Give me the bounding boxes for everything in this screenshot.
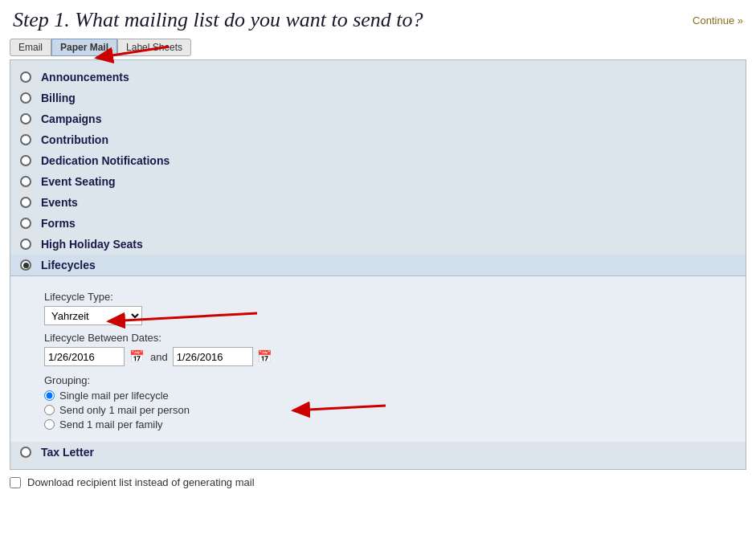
radio-event-seating	[20, 176, 31, 187]
grouping-per-family-label: Send 1 mail per family	[59, 418, 163, 431]
lifecycle-between-label: Lifecycle Between Dates:	[44, 332, 729, 344]
grouping-per-person[interactable]: Send only 1 mail per person	[44, 404, 729, 416]
radio-billing	[20, 92, 31, 104]
label-forms: Forms	[41, 217, 76, 230]
and-text: and	[150, 351, 168, 363]
radio-grouping-per-person[interactable]	[44, 405, 55, 415]
calendar-to-icon: 📅	[257, 349, 272, 364]
tab-email[interactable]: Email	[10, 39, 51, 56]
label-event-seating: Event Seating	[41, 175, 116, 188]
radio-forms	[20, 218, 31, 229]
grouping-options: Single mail per lifecycle Send only 1 ma…	[44, 390, 729, 431]
list-item-billing[interactable]: Billing	[10, 88, 746, 108]
continue-link[interactable]: Continue »	[693, 14, 743, 27]
list-item-event-seating[interactable]: Event Seating	[10, 171, 746, 192]
label-tax-letter: Tax Letter	[41, 446, 94, 459]
list-item-high-holiday-seats[interactable]: High Holiday Seats	[10, 234, 746, 255]
calendar-from-icon: 📅	[129, 349, 145, 364]
label-campaigns: Campaigns	[41, 112, 101, 125]
radio-dedication-notifications	[20, 155, 31, 166]
date-to-input[interactable]	[173, 347, 253, 366]
download-list-checkbox[interactable]	[10, 477, 21, 488]
label-lifecycles: Lifecycles	[41, 259, 96, 271]
label-high-holiday-seats: High Holiday Seats	[41, 238, 143, 251]
radio-events	[20, 197, 31, 208]
radio-grouping-per-family[interactable]	[44, 419, 55, 430]
tabs-row: Email Paper Mail Label Sheets	[0, 39, 756, 56]
radio-announcements	[20, 71, 31, 83]
radio-campaigns	[20, 113, 31, 124]
label-announcements: Announcements	[41, 71, 129, 84]
calendar-to-btn[interactable]: 📅	[256, 348, 274, 365]
radio-tax-letter	[20, 447, 31, 458]
list-item-announcements[interactable]: Announcements	[10, 67, 746, 88]
list-item-dedication-notifications[interactable]: Dedication Notifications	[10, 150, 746, 171]
lifecycle-panel: Lifecycle Type: Yahrzeit Birthday Annive…	[10, 275, 746, 442]
list-item-events[interactable]: Events	[10, 192, 746, 213]
radio-lifecycles	[20, 259, 31, 271]
grouping-single[interactable]: Single mail per lifecycle	[44, 390, 729, 402]
grouping-per-person-label: Send only 1 mail per person	[59, 404, 190, 416]
tab-paper-mail[interactable]: Paper Mail	[51, 39, 117, 56]
list-item-campaigns[interactable]: Campaigns	[10, 108, 746, 129]
list-item-lifecycles[interactable]: Lifecycles	[10, 255, 746, 275]
bottom-row: Download recipient list instead of gener…	[0, 470, 756, 495]
lifecycle-type-label: Lifecycle Type:	[44, 291, 729, 303]
tab-label-sheets[interactable]: Label Sheets	[117, 39, 191, 56]
lifecycle-type-select[interactable]: Yahrzeit Birthday Anniversary Bar/Bat Mi…	[44, 306, 142, 325]
calendar-from-btn[interactable]: 📅	[128, 348, 145, 365]
radio-high-holiday-seats	[20, 239, 31, 250]
list-item-contribution[interactable]: Contribution	[10, 129, 746, 150]
radio-contribution	[20, 134, 31, 145]
label-dedication-notifications: Dedication Notifications	[41, 154, 170, 167]
list-item-forms[interactable]: Forms	[10, 213, 746, 234]
grouping-per-family[interactable]: Send 1 mail per family	[44, 418, 729, 431]
radio-grouping-single[interactable]	[44, 390, 55, 401]
label-contribution: Contribution	[41, 133, 108, 146]
date-from-input[interactable]	[44, 347, 125, 366]
header: Step 1. What mailing list do you want to…	[0, 0, 756, 39]
grouping-single-label: Single mail per lifecycle	[59, 390, 169, 402]
mailing-list-container: Announcements Billing Campaigns Contribu…	[10, 59, 746, 470]
label-billing: Billing	[41, 92, 76, 104]
page-title: Step 1. What mailing list do you want to…	[13, 8, 423, 32]
label-events: Events	[41, 196, 78, 209]
dates-row: 📅 and 📅	[44, 347, 729, 366]
grouping-label: Grouping:	[44, 374, 729, 386]
list-item-tax-letter[interactable]: Tax Letter	[10, 442, 746, 463]
download-list-label: Download recipient list instead of gener…	[27, 476, 255, 488]
